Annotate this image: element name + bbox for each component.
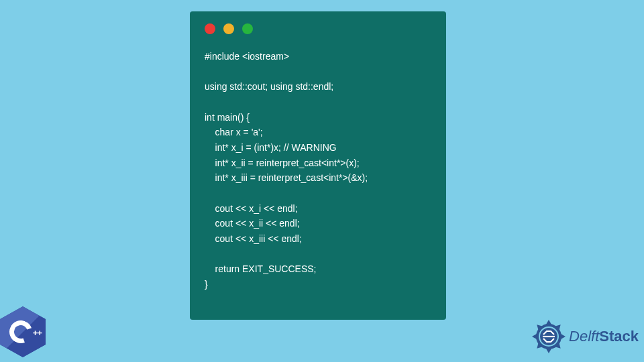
minimize-icon: [223, 23, 234, 34]
cpp-logo: ++: [0, 306, 46, 357]
close-icon: [205, 23, 215, 34]
brand-name-a: Delft: [569, 328, 599, 345]
svg-marker-0: [546, 320, 551, 324]
brand-name: DelftStack: [569, 328, 639, 345]
delftstack-logo: DelftStack: [531, 319, 639, 354]
gear-icon: [531, 319, 566, 354]
code-content: #include <iostream> using std::cout; usi…: [205, 49, 431, 292]
svg-marker-4: [546, 349, 551, 353]
maximize-icon: [242, 23, 253, 34]
code-window: #include <iostream> using std::cout; usi…: [190, 11, 446, 320]
brand-name-b: Stack: [599, 328, 639, 345]
cpp-plus-icon: ++: [33, 328, 42, 338]
svg-marker-2: [561, 334, 566, 339]
window-controls: [205, 23, 431, 34]
svg-marker-6: [532, 334, 537, 339]
